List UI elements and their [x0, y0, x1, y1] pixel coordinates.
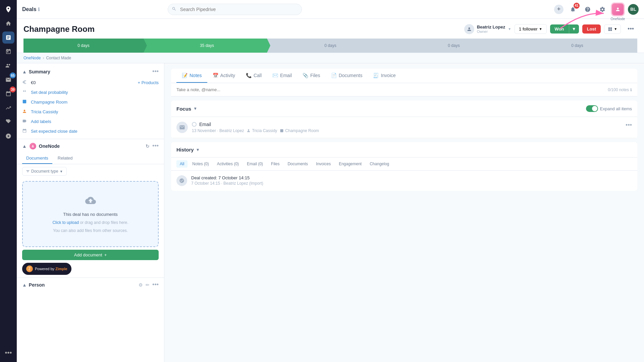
summary-deal-row[interactable]: Champagne Room — [17, 97, 164, 107]
history-avatar — [176, 175, 187, 186]
expand-toggle-switch[interactable] — [586, 105, 598, 112]
sidebar-item-home[interactable] — [2, 17, 14, 29]
tab-invoice[interactable]: 🧾 Invoice — [368, 69, 401, 83]
tab-files[interactable]: 📎 Files — [297, 69, 326, 83]
history-item-title: Deal created: 7 October 14:15 — [191, 175, 632, 180]
history-filter-changelog[interactable]: Changelog — [366, 160, 392, 168]
tab-related[interactable]: Related — [54, 153, 77, 164]
pipeline-stage-4[interactable]: 0 days — [390, 39, 514, 53]
summary-more-button[interactable]: ••• — [152, 68, 159, 75]
tab-email[interactable]: ✉️ Email — [267, 69, 297, 83]
sidebar-item-insights[interactable] — [2, 102, 14, 114]
won-button[interactable]: Won — [550, 24, 569, 34]
history-filter-activities[interactable]: Activities (0) — [214, 160, 242, 168]
sidebar-item-marketplace[interactable] — [2, 130, 14, 142]
tab-documents[interactable]: Documents — [22, 153, 52, 164]
summary-person-row[interactable]: Tricia Cassidy — [17, 107, 164, 117]
lost-button[interactable]: Lost — [582, 24, 601, 34]
notifications-icon[interactable]: 41 — [568, 4, 578, 15]
document-drop-zone[interactable]: This deal has no documents Click to uplo… — [22, 181, 159, 247]
tab-notes[interactable]: 📝 Notes — [176, 69, 207, 83]
search-input[interactable] — [168, 4, 302, 15]
owner-chevron-icon[interactable]: ▼ — [508, 27, 511, 31]
person-icon — [22, 109, 28, 115]
sidebar-item-calendar[interactable]: 39 — [2, 88, 14, 100]
sidebar-item-deals[interactable] — [2, 32, 14, 44]
summary-amount-row[interactable]: €0 + Products — [17, 78, 164, 87]
won-dropdown-button[interactable]: ▼ — [569, 24, 579, 34]
person-filter-icon[interactable]: ⚙ — [139, 282, 143, 288]
summary-probability-row[interactable]: Set deal probability — [17, 87, 164, 97]
history-filter-all[interactable]: All — [176, 160, 187, 168]
dropzone-title: This deal has no documents — [63, 212, 118, 217]
more-options-button[interactable]: ••• — [624, 23, 637, 35]
powered-by-banner: Z Powered by Zimple — [22, 263, 71, 275]
history-filter-files[interactable]: Files — [268, 160, 283, 168]
breadcrumb-parent-link[interactable]: OneNode — [23, 56, 41, 60]
tab-activity[interactable]: 📅 Activity — [207, 69, 240, 83]
onenode-avatar[interactable] — [612, 3, 624, 15]
history-filter-engagement[interactable]: Engagement — [335, 160, 365, 168]
history-item-meta: 7 October 14:15 · Beatriz Lopez (Import) — [191, 181, 632, 186]
person-more-button[interactable]: ••• — [152, 281, 159, 288]
email-avatar — [176, 122, 188, 133]
pipeline-stage-2[interactable]: 35 days — [144, 39, 267, 53]
note-input[interactable] — [176, 87, 605, 92]
grid-view-button[interactable]: ▼ — [604, 24, 621, 34]
email-recipient: Tricia Cassidy — [247, 128, 277, 133]
onenode-collapse-icon[interactable]: ▲ — [22, 143, 27, 149]
user-avatar[interactable]: BL — [628, 4, 639, 15]
deal-header: Champagne Room Beatriz Lopez Owner ▼ — [17, 19, 644, 53]
email-more-button[interactable]: ••• — [626, 122, 632, 129]
history-filter-invoices[interactable]: Invoices — [313, 160, 334, 168]
products-button[interactable]: + Products — [138, 80, 159, 85]
person-collapse-icon[interactable]: ▲ — [22, 282, 27, 288]
refresh-icon[interactable]: ↻ — [146, 143, 150, 149]
probability-icon — [22, 89, 28, 95]
note-info-icon[interactable]: ℹ — [630, 87, 632, 92]
sidebar-item-mail[interactable]: 65 — [2, 74, 14, 86]
summary-collapse-icon[interactable]: ▲ — [22, 69, 27, 74]
history-filter-documents[interactable]: Documents — [284, 160, 311, 168]
sidebar-item-activities[interactable] — [2, 46, 14, 58]
document-type-filter[interactable]: Document type ▼ — [22, 167, 67, 176]
sidebar-item-products[interactable] — [2, 116, 14, 128]
add-button[interactable]: + — [554, 5, 564, 14]
onenode-more-button[interactable]: ••• — [152, 142, 159, 149]
upload-link[interactable]: Click to upload — [52, 220, 79, 225]
sidebar-item-contacts[interactable] — [2, 60, 14, 72]
tab-call[interactable]: 📞 Call — [240, 69, 267, 83]
deal-icon — [22, 99, 28, 105]
owner-text: Beatriz Lopez Owner — [477, 24, 505, 34]
grid-view-dropdown-icon: ▼ — [614, 27, 617, 31]
doc-filter-bar: Document type ▼ — [17, 164, 164, 178]
settings-icon[interactable] — [597, 4, 608, 15]
euro-icon — [22, 80, 28, 85]
history-filter-email[interactable]: Email (0) — [244, 160, 266, 168]
stage-arrow-4 — [514, 39, 517, 53]
deal-header-actions: Beatriz Lopez Owner ▼ 1 follower ▼ Won ▼… — [464, 23, 637, 35]
sidebar-item-more[interactable]: ••• — [2, 347, 14, 359]
sidebar-item-logo[interactable] — [2, 3, 14, 15]
pipeline-stage-3[interactable]: 0 days — [267, 39, 390, 53]
tab-documents[interactable]: 📄 Documents — [326, 69, 368, 83]
email-date: 13 November · Beatriz Lopez — [192, 128, 244, 133]
calendar-icon — [22, 128, 28, 134]
person-edit-icon[interactable]: ✏ — [146, 282, 150, 288]
email-radio[interactable] — [192, 122, 197, 127]
info-icon[interactable]: ℹ — [38, 7, 40, 12]
search-icon — [172, 6, 176, 12]
history-header[interactable]: History ▼ — [171, 142, 637, 158]
focus-title[interactable]: Focus ▼ — [176, 106, 197, 112]
summary-close-date-row[interactable]: Set expected close date — [17, 126, 164, 136]
pipeline-stages: 0 days 35 days 0 days 0 days 0 days — [23, 39, 637, 53]
pipeline-stage-5[interactable]: 0 days — [514, 39, 637, 53]
follower-button[interactable]: 1 follower ▼ — [515, 24, 547, 34]
add-document-button[interactable]: Add document + — [22, 250, 159, 260]
history-filter-notes[interactable]: Notes (0) — [189, 160, 212, 168]
svg-point-2 — [32, 145, 33, 146]
pipeline-stage-1[interactable]: 0 days — [23, 39, 144, 53]
focus-header: Focus ▼ Expand all items — [171, 101, 637, 117]
help-icon[interactable] — [582, 4, 593, 15]
summary-labels-row[interactable]: Add labels — [17, 117, 164, 126]
